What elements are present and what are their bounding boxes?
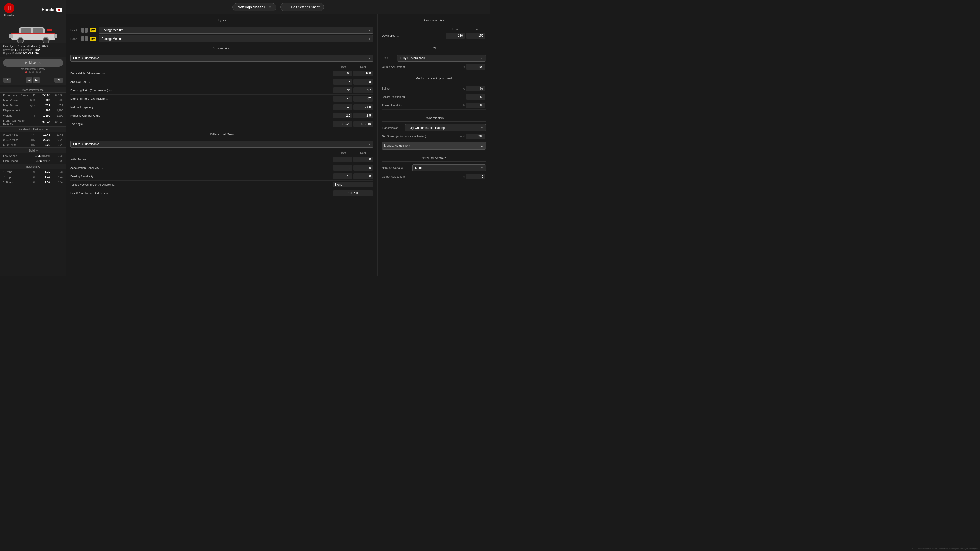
half-value2: 22.25	[50, 138, 63, 141]
camber-front-value[interactable]: 2.0	[333, 113, 352, 118]
aspiration-value: Turbo	[33, 49, 40, 52]
top-speed-row: Top Speed (Automatically Adjusted) km/h …	[382, 133, 486, 140]
ballast-pos-value[interactable]: 50	[466, 94, 485, 100]
manual-adjustment-button[interactable]: Manual Adjustment ...	[382, 141, 486, 150]
differential-type-select[interactable]: Fully Customisable ▼	[70, 141, 373, 148]
ecu-dropdown-icon: ▼	[480, 57, 483, 60]
nitrous-output-value[interactable]: 0	[466, 174, 485, 179]
mph40-value2: 1.37	[50, 171, 63, 173]
aero-front-col-header: Front	[445, 27, 466, 30]
diff-param-col	[70, 151, 332, 154]
dot-2[interactable]	[29, 71, 30, 73]
tyres-section: Tyres Front RM Racing: Medium ▼	[70, 18, 373, 42]
engine-label: Engine Model	[3, 52, 19, 55]
toe-front-value[interactable]: ↕↕ 0.20	[333, 121, 352, 127]
anti-roll-rear-value[interactable]: 8	[353, 79, 373, 85]
dot-3[interactable]	[32, 71, 34, 73]
dot-1[interactable]	[25, 71, 27, 73]
sprint-label: 62-93 mph	[3, 143, 30, 146]
max-power-value: 383	[35, 99, 50, 102]
diff-col-headers: Front Rear	[70, 150, 373, 156]
damping-comp-rear-value[interactable]: 37	[353, 87, 373, 93]
braking-sensitivity-front-value[interactable]: 15	[333, 173, 352, 179]
suspension-section: Suspension Fully Customisable ▼ Front Re…	[70, 46, 373, 128]
transmission-title: Transmission	[382, 116, 486, 122]
damping-exp-front-value[interactable]: 44	[333, 96, 352, 102]
brand-header: H Honda Honda	[0, 0, 66, 20]
accel-sensitivity-front-value[interactable]: 10	[333, 165, 352, 171]
weight-row: Weight kg 1,290 1,290	[0, 113, 66, 118]
balance-label: Front-Rear Weight Balance	[3, 119, 35, 125]
nat-freq-rear-value[interactable]: 2.80	[353, 104, 373, 110]
nav-right-button[interactable]: ▶	[33, 77, 40, 83]
torque-vectoring-label: Torque-Vectoring Centre Differential	[70, 183, 332, 186]
downforce-front-value[interactable]: 130	[445, 33, 465, 38]
mph150-row: 150 mph G 1.52 1.52	[0, 179, 66, 185]
output-adj-label: Output Adjustment	[382, 65, 455, 68]
weight-value: 1,290	[35, 114, 50, 117]
l1-button[interactable]: L1	[3, 78, 11, 83]
front-tyre-select[interactable]: Racing: Medium ▼	[99, 27, 373, 34]
transmission-type-select[interactable]: Fully Customisable: Racing ▼	[405, 124, 486, 131]
svg-point-6	[18, 38, 24, 43]
r1-button[interactable]: R1	[54, 78, 63, 83]
transmission-type-row: Transmission Fully Customisable: Racing …	[382, 124, 486, 131]
low-speed-value2: -0.33	[50, 155, 63, 157]
measure-button[interactable]: Measure	[3, 59, 63, 67]
mph75-unit: G	[33, 176, 35, 178]
downforce-rear-value[interactable]: 150	[466, 33, 485, 38]
braking-sensitivity-rear-value[interactable]: 0	[353, 173, 373, 179]
output-adj-value[interactable]: 100	[466, 64, 485, 70]
power-restrictor-value[interactable]: 83	[466, 103, 485, 108]
damping-comp-row: Damping Ratio (Compression) % 34 37	[70, 86, 373, 95]
max-power-label: Max. Power	[3, 99, 30, 102]
car-meta: Drivetrain FF / Aspiration Turbo	[3, 49, 63, 52]
sprint-value: 3.25	[35, 143, 50, 146]
nitrous-type-select[interactable]: None ▼	[412, 164, 486, 171]
dot-5[interactable]	[39, 71, 41, 73]
japan-flag	[56, 8, 62, 12]
rear-tyre-select[interactable]: Racing: Medium ▼	[99, 35, 373, 42]
max-torque-value2: 47.9	[50, 104, 63, 107]
accel-sensitivity-rear-value[interactable]: 0	[353, 165, 373, 171]
anti-roll-front-value[interactable]: 5	[333, 79, 352, 85]
edit-settings-button[interactable]: ... Edit Settings Sheet	[280, 3, 324, 11]
anti-roll-label: Anti-Roll Bar Lv.	[70, 80, 332, 83]
front-rear-dist-value[interactable]: 100 : 0	[333, 190, 373, 196]
suspension-type-select[interactable]: Fully Customisable ▼	[70, 55, 373, 62]
suspension-col-headers: Front Rear	[70, 64, 373, 69]
body-height-rear-value[interactable]: 100	[353, 71, 373, 76]
nav-left-button[interactable]: ◀	[26, 77, 32, 83]
nitrous-dropdown-icon: ▼	[480, 167, 483, 169]
suspension-table: Front Rear Body Height Adjustment mm 90 …	[70, 64, 373, 128]
nat-freq-front-value[interactable]: 2.40	[333, 104, 352, 110]
top-bar: Settings Sheet 1 ≡ ... Edit Settings She…	[66, 0, 490, 14]
sprint-unit: sec.	[30, 144, 35, 146]
damping-exp-rear-value[interactable]: 47	[353, 96, 373, 102]
dot-4[interactable]	[36, 71, 38, 73]
diff-rear-col-header: Rear	[353, 151, 373, 154]
settings-sheet-selector[interactable]: Settings Sheet 1 ≡	[232, 3, 277, 11]
balance-value: 60 : 40	[35, 121, 50, 124]
max-power-unit: BHP	[30, 99, 35, 102]
toe-rear-value[interactable]: ↑↓ 0.10	[353, 121, 373, 127]
damping-comp-front-value[interactable]: 34	[333, 87, 352, 93]
mph150-label: 150 mph	[3, 181, 33, 184]
camber-rear-value[interactable]: 2.5	[353, 113, 373, 118]
weight-value2: 1,290	[50, 114, 63, 117]
body-height-front-value[interactable]: 90	[333, 71, 352, 76]
honda-text: Honda	[4, 14, 14, 17]
top-speed-value[interactable]: 280	[466, 134, 485, 139]
differential-type-row: Fully Customisable ▼	[70, 141, 373, 148]
top-speed-unit: km/h	[453, 135, 466, 138]
ballast-value[interactable]: 57	[466, 86, 485, 91]
initial-torque-rear-value[interactable]: 0	[353, 157, 373, 162]
initial-torque-front-value[interactable]: 8	[333, 157, 352, 162]
toe-label: Toe Angle °	[70, 122, 332, 125]
max-torque-label: Max. Torque	[3, 104, 29, 107]
torque-vectoring-value[interactable]: None	[333, 182, 373, 187]
hamburger-icon[interactable]: ≡	[269, 5, 271, 10]
differential-dropdown-icon: ▼	[368, 143, 371, 146]
ecu-type-select[interactable]: Fully Customisable ▼	[397, 55, 486, 62]
weight-unit: kg	[32, 114, 35, 117]
